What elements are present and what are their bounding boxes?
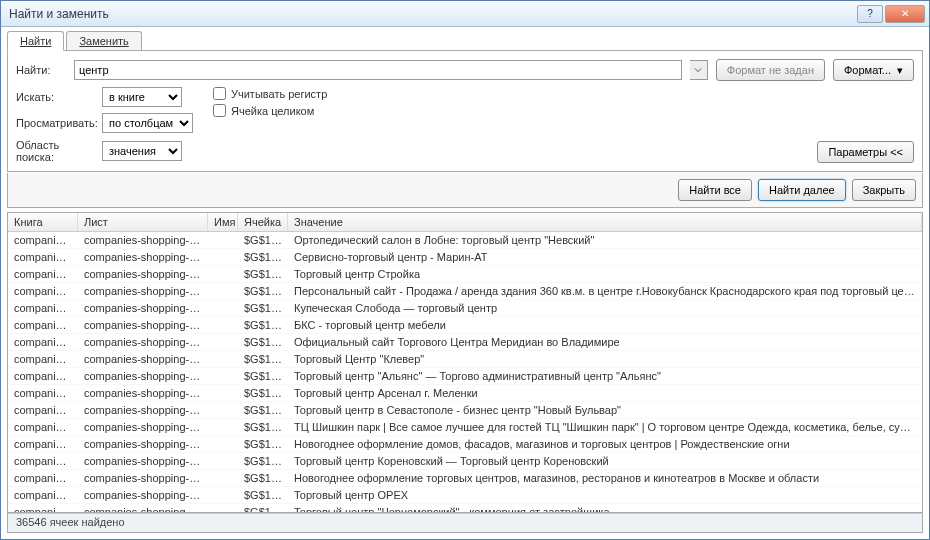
whole-cell-checkbox[interactable]: Ячейка целиком xyxy=(213,104,327,117)
col-book-header[interactable]: Книга xyxy=(8,213,78,231)
cell-sheet: companies-shopping-center xyxy=(78,352,208,366)
cell-value: Купеческая Слобода — торговый центр xyxy=(288,301,922,315)
look-in-select[interactable]: значения xyxy=(102,141,182,161)
cell-value: Торговый центр Кореновский — Торговый це… xyxy=(288,454,922,468)
help-button[interactable]: ? xyxy=(857,5,883,23)
cell-name xyxy=(208,505,238,513)
tab-replace[interactable]: Заменить xyxy=(66,31,141,51)
cell-value: Новогоднее оформление домов, фасадов, ма… xyxy=(288,437,922,451)
col-cell-header[interactable]: Ячейка xyxy=(238,213,288,231)
cell-sheet: companies-shopping-center xyxy=(78,437,208,451)
cell-ref: $G$1416 xyxy=(238,233,288,247)
cell-sheet: companies-shopping-center xyxy=(78,318,208,332)
parameters-button[interactable]: Параметры << xyxy=(817,141,914,163)
find-dropdown-button[interactable] xyxy=(690,60,708,80)
cell-sheet: companies-shopping-center xyxy=(78,386,208,400)
table-row[interactable]: companies.xlsxcompanies-shopping-center$… xyxy=(8,334,922,351)
table-row[interactable]: companies.xlsxcompanies-shopping-center$… xyxy=(8,385,922,402)
search-in-label: Искать: xyxy=(16,91,94,103)
cell-ref: $G$1422 xyxy=(238,335,288,349)
find-all-button[interactable]: Найти все xyxy=(678,179,752,201)
cell-book: companies.xlsx xyxy=(8,505,78,513)
cell-name xyxy=(208,301,238,315)
cell-ref: $G$1420 xyxy=(238,301,288,315)
table-row[interactable]: companies.xlsxcompanies-shopping-center$… xyxy=(8,283,922,300)
table-row[interactable]: companies.xlsxcompanies-shopping-center$… xyxy=(8,436,922,453)
cell-ref: $G$1431 xyxy=(238,437,288,451)
col-sheet-header[interactable]: Лист xyxy=(78,213,208,231)
cell-ref: $G$1435 xyxy=(238,505,288,513)
find-input[interactable] xyxy=(74,60,682,80)
table-row[interactable]: companies.xlsxcompanies-shopping-center$… xyxy=(8,504,922,513)
cell-sheet: companies-shopping-center xyxy=(78,420,208,434)
table-row[interactable]: companies.xlsxcompanies-shopping-center$… xyxy=(8,249,922,266)
cell-ref: $G$1425 xyxy=(238,386,288,400)
cell-ref: $G$1434 xyxy=(238,488,288,502)
cell-name xyxy=(208,437,238,451)
cell-name xyxy=(208,335,238,349)
help-icon: ? xyxy=(867,8,873,19)
cell-ref: $G$1423 xyxy=(238,352,288,366)
cell-sheet: companies-shopping-center xyxy=(78,488,208,502)
results-table[interactable]: Книга Лист Имя Ячейка Значение companies… xyxy=(7,212,923,513)
cell-name xyxy=(208,471,238,485)
cell-book: companies.xlsx xyxy=(8,420,78,434)
cell-name xyxy=(208,267,238,281)
cell-value: Торговый центр в Севастополе - бизнес це… xyxy=(288,403,922,417)
cell-ref: $G$1418 xyxy=(238,267,288,281)
cell-value: Новогоднее оформление торговых центров, … xyxy=(288,471,922,485)
cell-sheet: companies-shopping-center xyxy=(78,233,208,247)
cell-ref: $G$1419 xyxy=(238,284,288,298)
look-by-select[interactable]: по столбцам xyxy=(102,113,193,133)
find-label: Найти: xyxy=(16,64,66,76)
format-button[interactable]: Формат... ▾ xyxy=(833,59,914,81)
cell-name xyxy=(208,352,238,366)
tab-find[interactable]: Найти xyxy=(7,31,64,51)
cell-book: companies.xlsx xyxy=(8,454,78,468)
cell-value: БКС - торговый центр мебели xyxy=(288,318,922,332)
table-row[interactable]: companies.xlsxcompanies-shopping-center$… xyxy=(8,487,922,504)
table-row[interactable]: companies.xlsxcompanies-shopping-center$… xyxy=(8,266,922,283)
table-row[interactable]: companies.xlsxcompanies-shopping-center$… xyxy=(8,402,922,419)
table-row[interactable]: companies.xlsxcompanies-shopping-center$… xyxy=(8,232,922,249)
window-close-button[interactable]: ✕ xyxy=(885,5,925,23)
cell-name xyxy=(208,454,238,468)
cell-value: ТЦ Шишкин парк | Все самое лучшее для го… xyxy=(288,420,922,434)
table-row[interactable]: companies.xlsxcompanies-shopping-center$… xyxy=(8,453,922,470)
cell-book: companies.xlsx xyxy=(8,488,78,502)
cell-name xyxy=(208,318,238,332)
cell-value: Торговый центр Арсенал г. Меленки xyxy=(288,386,922,400)
find-next-button[interactable]: Найти далее xyxy=(758,179,846,201)
col-value-header[interactable]: Значение xyxy=(288,213,922,231)
cell-value: Персональный сайт - Продажа / аренда зда… xyxy=(288,284,922,298)
close-icon: ✕ xyxy=(901,8,909,19)
titlebar[interactable]: Найти и заменить ? ✕ xyxy=(1,1,929,27)
cell-value: Торговый центр ОРЕХ xyxy=(288,488,922,502)
results-header-row: Книга Лист Имя Ячейка Значение xyxy=(8,213,922,232)
col-name-header[interactable]: Имя xyxy=(208,213,238,231)
cell-value: Торговый центр Стройка xyxy=(288,267,922,281)
match-case-checkbox[interactable]: Учитывать регистр xyxy=(213,87,327,100)
close-button[interactable]: Закрыть xyxy=(852,179,916,201)
table-row[interactable]: companies.xlsxcompanies-shopping-center$… xyxy=(8,300,922,317)
cell-book: companies.xlsx xyxy=(8,250,78,264)
cell-book: companies.xlsx xyxy=(8,471,78,485)
table-row[interactable]: companies.xlsxcompanies-shopping-center$… xyxy=(8,317,922,334)
table-row[interactable]: companies.xlsxcompanies-shopping-center$… xyxy=(8,351,922,368)
table-row[interactable]: companies.xlsxcompanies-shopping-center$… xyxy=(8,419,922,436)
cell-ref: $G$1432 xyxy=(238,454,288,468)
table-row[interactable]: companies.xlsxcompanies-shopping-center$… xyxy=(8,368,922,385)
cell-book: companies.xlsx xyxy=(8,352,78,366)
cell-sheet: companies-shopping-center xyxy=(78,454,208,468)
cell-value: Торговый Центр "Клевер" xyxy=(288,352,922,366)
look-in-label: Область поиска: xyxy=(16,139,94,163)
find-replace-dialog: Найти и заменить ? ✕ Найти Заменить Найт… xyxy=(0,0,930,540)
cell-book: companies.xlsx xyxy=(8,318,78,332)
cell-name xyxy=(208,420,238,434)
search-in-select[interactable]: в книге xyxy=(102,87,182,107)
table-row[interactable]: companies.xlsxcompanies-shopping-center$… xyxy=(8,470,922,487)
window-title: Найти и заменить xyxy=(5,7,857,21)
cell-sheet: companies-shopping-center xyxy=(78,250,208,264)
cell-book: companies.xlsx xyxy=(8,335,78,349)
cell-name xyxy=(208,386,238,400)
